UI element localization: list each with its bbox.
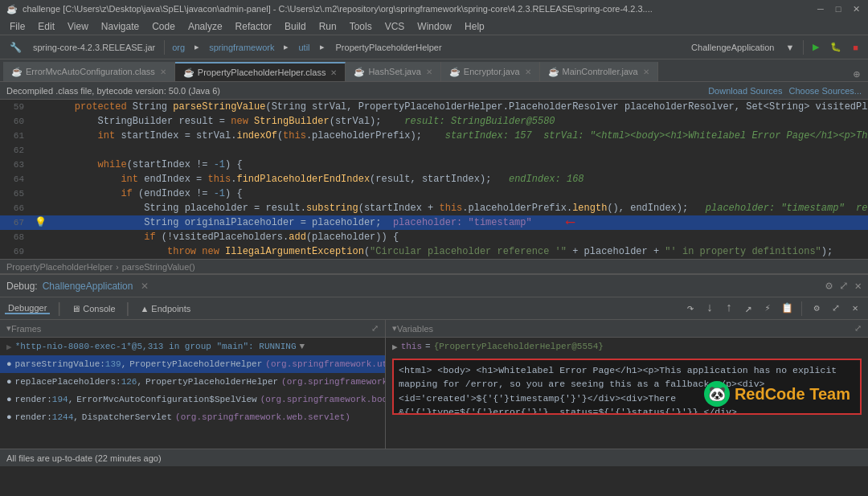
breadcrumb: PropertyPlaceholderHelper › parseStringV… <box>0 259 868 273</box>
menu-item-edit[interactable]: Edit <box>31 19 61 34</box>
stop-button[interactable]: ■ <box>848 39 863 56</box>
debug-button[interactable]: 🐛 <box>825 39 846 56</box>
tab-close-propertyplaceholder[interactable]: ✕ <box>330 68 337 77</box>
menu-item-help[interactable]: Help <box>458 19 491 34</box>
menu-item-view[interactable]: View <box>61 19 95 34</box>
tab-propertyplaceholder[interactable]: ☕ PropertyPlaceholderHelper.class ✕ <box>175 62 346 81</box>
vars-expand[interactable]: ⤢ <box>854 323 862 334</box>
gutter-67: 💡 <box>32 215 48 230</box>
app-name-label: ChallengeApplication <box>686 39 779 56</box>
line-content-66: String placeholder = result.substring(st… <box>48 201 868 215</box>
line-content-67: String originalPlaceholder = placeholder… <box>48 215 868 230</box>
frame-replace-method: replacePlaceholders: <box>15 377 121 387</box>
menu-item-refactor[interactable]: Refactor <box>229 19 278 34</box>
tab-label-encryptor: Encryptor.java <box>464 67 520 76</box>
line-num-65: 65 <box>0 187 32 201</box>
status-text: All files are up-to-date (22 minutes ago… <box>6 453 162 463</box>
debug-settings-btn[interactable]: ⚙ <box>809 301 825 317</box>
debugger-tab[interactable]: Debugger <box>5 303 50 314</box>
dropdown-icon[interactable]: ▼ <box>780 39 799 56</box>
debug-btn-step-into[interactable]: ↓ <box>702 301 718 317</box>
tab-bar: ☕ ErrorMvcAutoConfiguration.class ✕ ☕ Pr… <box>0 59 868 82</box>
var-this-name: this <box>401 342 422 351</box>
sep-dot-1: ▸ <box>190 39 204 56</box>
run-button[interactable]: ▶ <box>808 39 824 56</box>
frame-item-thread[interactable]: ▶ *http-nio-8080-exec-1*@5,313 in group … <box>0 338 385 355</box>
debug-restore-btn[interactable]: ⤢ <box>828 301 844 317</box>
code-line-68: 68 if (!visitedPlaceholders.add(placehol… <box>0 230 868 244</box>
var-item-this: ▶ this = {PropertyPlaceholderHelper@5554… <box>386 338 868 355</box>
helper-label: PropertyPlaceholderHelper <box>331 39 447 56</box>
tab-icon-errormvc: ☕ <box>11 67 23 77</box>
tab-close-encryptor[interactable]: ✕ <box>525 68 531 76</box>
tab-icon-encryptor: ☕ <box>449 67 461 77</box>
frame-render1-class: ErrorMvcAutoConfiguration$SpelView <box>76 395 256 404</box>
tab-close-hashset[interactable]: ✕ <box>426 68 432 76</box>
tab-close-maincontroller[interactable]: ✕ <box>643 68 649 76</box>
close-button[interactable]: ✕ <box>850 3 862 14</box>
var-this-val: {PropertyPlaceholderHelper@5554} <box>434 342 604 351</box>
menu-item-file[interactable]: File <box>3 19 31 34</box>
minimize-button[interactable]: ─ <box>815 3 826 14</box>
line-content-65: if (endIndex != -1) { <box>48 187 868 201</box>
code-line-66: 66 String placeholder = result.substring… <box>0 201 868 215</box>
code-line-67: 67 💡 String originalPlaceholder = placeh… <box>0 215 868 230</box>
debug-btn-eval[interactable]: ⚡ <box>760 301 776 317</box>
debug-settings-icon[interactable]: ⚙ <box>825 279 832 293</box>
choose-sources-link[interactable]: Choose Sources... <box>789 86 862 96</box>
frame-item-render2[interactable]: ● render: 1244 , DispatcherServlet (org.… <box>0 408 385 426</box>
util-label: util <box>295 39 313 56</box>
maximize-button[interactable]: □ <box>833 3 844 14</box>
menu-item-run[interactable]: Run <box>313 19 343 34</box>
debug-app-close[interactable]: ✕ <box>141 281 149 292</box>
tab-close-errormvc[interactable]: ✕ <box>160 68 166 76</box>
frame-thread-dropdown[interactable]: ▼ <box>299 342 305 351</box>
line-content-69: throw new IllegalArgumentException("Circ… <box>48 244 868 259</box>
frames-list: ▶ *http-nio-8080-exec-1*@5,313 in group … <box>0 338 385 426</box>
line-num-67: 67 <box>0 215 32 230</box>
menu-bar: FileEditViewNavigateCodeAnalyzeRefactorB… <box>0 18 868 35</box>
tab-label-maincontroller: MainController.java <box>563 67 638 76</box>
frame-item-parse[interactable]: ● parseStringValue: 139 , PropertyPlaceh… <box>0 355 385 373</box>
var-this-eq: = <box>425 342 431 351</box>
line-num-68: 68 <box>0 230 32 244</box>
frame-parse-class: PropertyPlaceholderHelper <box>129 359 262 369</box>
frame-parse-icon: ● <box>6 359 12 369</box>
debug-btn-run-cursor[interactable]: ↗ <box>740 301 756 317</box>
code-line-69: 69 throw new IllegalArgumentException("C… <box>0 244 868 259</box>
frames-expand[interactable]: ⤢ <box>371 323 379 334</box>
frame-item-render1[interactable]: ● render: 194 , ErrorMvcAutoConfiguratio… <box>0 391 385 408</box>
frame-item-replace[interactable]: ● replacePlaceholders: 126 , PropertyPla… <box>0 373 385 391</box>
menu-item-navigate[interactable]: Navigate <box>95 19 145 34</box>
tab-encryptor[interactable]: ☕ Encryptor.java ✕ <box>441 62 540 81</box>
more-tabs-button[interactable]: ⊕ <box>849 68 865 81</box>
debug-close-btn2[interactable]: ✕ <box>847 301 863 317</box>
menu-item-window[interactable]: Window <box>411 19 458 34</box>
console-tab[interactable]: 🖥 Console <box>68 304 118 314</box>
menu-item-code[interactable]: Code <box>145 19 182 34</box>
frame-render2-package: (org.springframework.web.servlet) <box>175 412 350 422</box>
debug-maximize-icon[interactable]: ⤢ <box>839 279 849 293</box>
debug-btn-step-over[interactable]: ↷ <box>682 301 698 317</box>
frame-render1-line: 194 <box>52 395 68 404</box>
frame-render2-icon: ● <box>6 412 12 422</box>
tab-maincontroller[interactable]: ☕ MainController.java ✕ <box>540 62 658 81</box>
app-icon: ☕ <box>6 4 18 14</box>
menu-item-build[interactable]: Build <box>278 19 313 34</box>
debug-close-icon[interactable]: ✕ <box>855 279 862 293</box>
endpoints-tab[interactable]: ▲ Endpoints <box>137 304 194 314</box>
var-this-expand[interactable]: ▶ <box>392 342 398 352</box>
tab-errormvc[interactable]: ☕ ErrorMvcAutoConfiguration.class ✕ <box>3 62 175 81</box>
menu-item-vcs[interactable]: VCS <box>379 19 411 34</box>
toolbar-sep <box>801 301 802 316</box>
jar-label: spring-core-4.2.3.RELEASE.jar <box>28 39 160 56</box>
debug-btn-copy[interactable]: 📋 <box>779 301 795 317</box>
menu-item-analyze[interactable]: Analyze <box>182 19 229 34</box>
tab-label-hashset: HashSet.java <box>368 67 420 76</box>
line-content-61: int startIndex = strVal.indexOf(this.pla… <box>48 129 868 143</box>
variables-panel: ▾ Variables ⤢ ▶ this = {PropertyPlacehol… <box>386 320 868 449</box>
tab-hashset[interactable]: ☕ HashSet.java ✕ <box>346 62 440 81</box>
download-sources-link[interactable]: Download Sources <box>708 86 782 96</box>
debug-btn-step-out[interactable]: ↑ <box>721 301 737 317</box>
menu-item-tools[interactable]: Tools <box>343 19 379 34</box>
